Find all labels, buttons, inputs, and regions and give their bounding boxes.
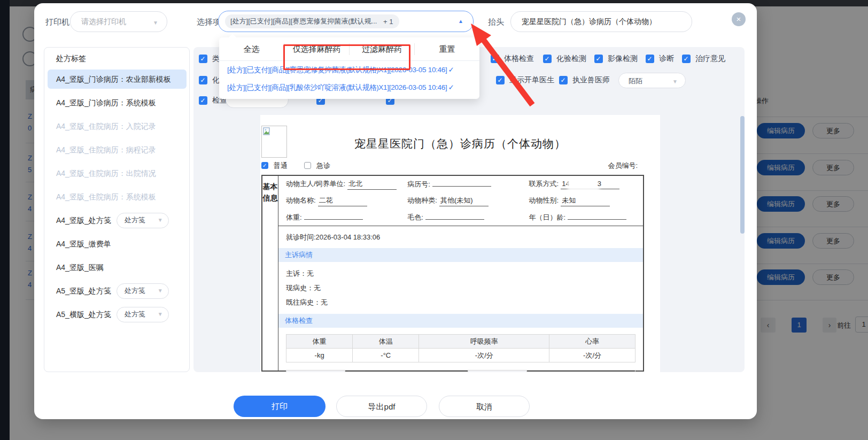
field-value: 无 — [314, 284, 321, 292]
close-icon[interactable]: × — [732, 12, 746, 26]
template-item: A4_竖版_住院病历：出院情况 — [48, 164, 187, 183]
template-item[interactable]: A4_竖版_医嘱 — [48, 258, 187, 277]
table-row: 动物主人/饲养单位:北北 病历号: 联系方式:143 — [278, 176, 643, 192]
template-item: A4_竖版_住院病历：入院记录 — [48, 117, 187, 136]
annotation-red-arrow — [458, 16, 543, 110]
field-label: 年（日）龄: — [529, 213, 566, 221]
field-label: 动物性别: — [529, 196, 559, 204]
visit-type-normal: 普通 — [274, 161, 288, 169]
option-diagnosis[interactable]: 诊断 — [646, 53, 674, 64]
visit-time: 就诊时间:2026-03-04 18:33:06 — [278, 226, 643, 248]
template-item[interactable]: A4_竖版_门诊病历：系统模板 — [48, 93, 187, 112]
chevron-down-icon: ▼ — [158, 305, 163, 324]
vitals-value: -°C — [353, 349, 419, 362]
template-item-label: A4_竖版_住院病历：出院情况 — [56, 164, 156, 183]
checkbox-checked-icon[interactable] — [594, 55, 603, 63]
option-label: 化验检测 — [556, 54, 586, 64]
vitals-header: 呼吸频率 — [419, 335, 549, 349]
table-row: 体重: 毛色: 年（日）龄: — [278, 209, 643, 226]
checkbox-checked-icon[interactable] — [199, 55, 207, 63]
template-item-label: A4_竖版_处方笺 — [56, 211, 111, 230]
option-lab-test[interactable]: 化验检测 — [543, 53, 586, 64]
template-type-select[interactable]: 处方笺▼ — [117, 213, 169, 228]
chevron-down-icon: ▼ — [153, 20, 158, 26]
field-value — [432, 186, 491, 187]
exam-value: – — [527, 370, 636, 373]
vet-select[interactable]: 陌陌 ▼ — [618, 73, 686, 88]
template-item[interactable]: A4_竖版_处方笺 处方笺▼ — [48, 211, 187, 230]
field-value — [304, 219, 363, 220]
field-label: 动物种类: — [407, 196, 437, 204]
checkbox-checked-icon[interactable] — [199, 76, 207, 84]
field-label: 病历号: — [407, 180, 430, 188]
export-pdf-button[interactable]: 导出pdf — [336, 396, 427, 417]
field-value: 未知 — [561, 196, 610, 206]
complaint-line: 主诉：无 — [278, 266, 643, 281]
medical-record-preview: 宠星星医院门（急）诊病历（个体动物） 普通 急诊 会员编号: 基本信息 动物主人… — [260, 115, 660, 372]
cancel-button[interactable]: 取消 — [439, 396, 530, 417]
vitals-header: 体重 — [286, 335, 353, 349]
field-label: 动物名称: — [286, 196, 316, 204]
field-label: 动物主人/饲养单位: — [286, 180, 345, 188]
print-button[interactable]: 打印 — [234, 396, 326, 417]
option-licensed-vet[interactable]: 执业兽医师 — [559, 75, 610, 86]
checkbox-checked-icon[interactable] — [543, 55, 552, 63]
selected-item-tag-label: [处方][已支付][商品][赛恩宠修复抑菌液(默认规... — [230, 17, 377, 26]
vet-select-value: 陌陌 — [629, 76, 642, 86]
more-items-tag-label: + 1 — [383, 18, 393, 26]
more-items-tag: + 1 — [377, 14, 399, 28]
contact-suffix: 3 — [598, 180, 601, 188]
checkbox-checked-icon — [261, 162, 268, 169]
template-item[interactable]: A5_竖版_处方笺 处方笺▼ — [48, 281, 187, 300]
template-list-panel: 处方标签 A4_竖版_门诊病历：农业部新模板 A4_竖版_门诊病历：系统模板 A… — [44, 47, 190, 372]
checkbox-checked-icon[interactable] — [559, 76, 568, 84]
field-value: 其他(未知) — [439, 196, 489, 206]
dropdown-option[interactable]: [处方][已支付][商品][乳酸依沙吖啶溶液(默认规格)X1][2026-03-… — [219, 79, 479, 96]
visit-type-emergency: 急诊 — [316, 161, 330, 169]
visit-type-row: 普通 急诊 会员编号: — [261, 161, 644, 171]
section-physical-header: 体格检查 — [278, 314, 643, 328]
check-icon: ✓ — [448, 66, 454, 74]
field-label: 联系方式: — [529, 180, 559, 188]
template-item[interactable]: A4_竖版_门诊病历：农业部新模板 — [48, 70, 187, 89]
items-multiselect[interactable]: [处方][已支付][商品][赛恩宠修复抑菌液(默认规... × + 1 ▲ — [218, 11, 474, 32]
field-label: 体重: — [286, 213, 302, 221]
template-item[interactable]: A4_竖版_缴费单 — [48, 234, 187, 253]
template-type-select[interactable]: 处方笺▼ — [117, 307, 169, 322]
template-item-label: A5_竖版_处方笺 — [56, 281, 111, 300]
annotation-red-rectangle — [283, 44, 410, 70]
field-label: 主诉： — [286, 269, 307, 277]
document-title: 宠星星医院门（急）诊病历（个体动物） — [260, 136, 660, 151]
chevron-down-icon: ▼ — [672, 79, 678, 84]
checkbox-checked-icon[interactable] — [682, 55, 691, 63]
option-treatment-advice[interactable]: 治疗意见 — [682, 53, 725, 64]
field-value — [568, 219, 626, 220]
field-label: 现病史： — [286, 284, 314, 292]
option-label: 执业兽医师 — [572, 75, 610, 85]
selected-item-tag[interactable]: [处方][已支付][商品][赛恩宠修复抑菌液(默认规... × — [225, 14, 392, 28]
checkbox-checked-icon[interactable] — [199, 96, 207, 105]
vitals-value: -次/分 — [549, 349, 636, 362]
scrollbar-thumb[interactable] — [740, 116, 745, 234]
field-label: 毛色: — [407, 213, 423, 221]
template-item[interactable]: A5_横版_处方笺 处方笺▼ — [48, 305, 187, 324]
template-item-label: A4_竖版_住院病历：系统模板 — [56, 187, 156, 206]
template-type-value: 处方笺 — [125, 305, 145, 324]
template-type-select[interactable]: 处方笺▼ — [117, 283, 169, 299]
field-value: 北北 — [347, 179, 397, 190]
field-value: 无 — [321, 298, 328, 306]
option-label: 治疗意见 — [695, 54, 725, 64]
printer-label: 打印机 — [45, 17, 69, 27]
option-imaging[interactable]: 影像检测 — [594, 53, 638, 64]
option-label: 影像检测 — [608, 54, 638, 64]
complaint-line: 现病史：无 — [278, 281, 643, 295]
select-all-button[interactable]: 全选 — [219, 43, 284, 55]
checkbox-checked-icon[interactable] — [646, 55, 654, 63]
dropdown-option-label: [处方][已支付][商品][乳酸依沙吖啶溶液(默认规格)X1][2026-03-… — [227, 83, 447, 91]
field-value — [425, 219, 484, 220]
complaint-line: 既往病史：无 — [278, 295, 643, 310]
printer-select[interactable]: 请选择打印机 ▼ — [70, 11, 167, 32]
check-icon: ✓ — [448, 83, 454, 91]
exam-value: – — [345, 370, 468, 373]
exam-header: 骨骼/肌肉 — [468, 370, 527, 373]
